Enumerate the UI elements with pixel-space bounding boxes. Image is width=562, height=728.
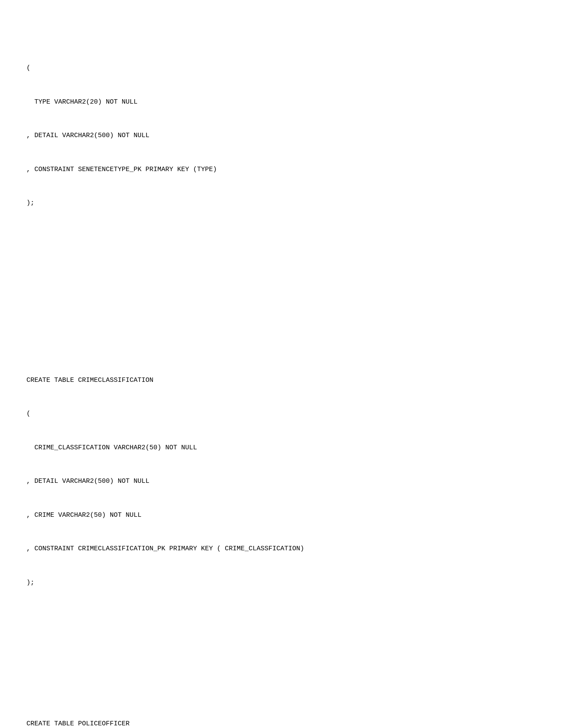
crimeclassification-open: (	[26, 408, 536, 420]
sql-code-block: ( TYPE VARCHAR2(20) NOT NULL , DETAIL VA…	[26, 18, 536, 728]
policeofficer-create: CREATE TABLE POLICEOFFICER	[26, 718, 536, 728]
sentencetype-line-1: (	[26, 63, 536, 74]
crimeclassification-close: );	[26, 577, 536, 589]
crimeclassification-line-3: , CRIME VARCHAR2(50) NOT NULL	[26, 510, 536, 521]
crimeclassification-create: CREATE TABLE CRIMECLASSIFICATION	[26, 375, 536, 386]
sentencetype-line-5: );	[26, 198, 536, 209]
crimeclassification-line-1: CRIME_CLASSFICATION VARCHAR2(50) NOT NUL…	[26, 442, 536, 454]
sentencetype-line-4: , CONSTRAINT SENETENCETYPE_PK PRIMARY KE…	[26, 164, 536, 175]
policeofficer-section: CREATE TABLE POLICEOFFICER ( BADGE_NUMBE…	[26, 696, 536, 728]
crimeclassification-line-2: , DETAIL VARCHAR2(500) NOT NULL	[26, 476, 536, 487]
sentencetype-line-3: , DETAIL VARCHAR2(500) NOT NULL	[26, 130, 536, 142]
crimeclassification-section: CREATE TABLE CRIMECLASSIFICATION ( CRIME…	[26, 352, 536, 611]
crimeclassification-line-4: , CONSTRAINT CRIMECLASSIFICATION_PK PRIM…	[26, 543, 536, 555]
sentencetype-section: ( TYPE VARCHAR2(20) NOT NULL , DETAIL VA…	[26, 40, 536, 231]
sentencetype-line-2: TYPE VARCHAR2(20) NOT NULL	[26, 97, 536, 108]
